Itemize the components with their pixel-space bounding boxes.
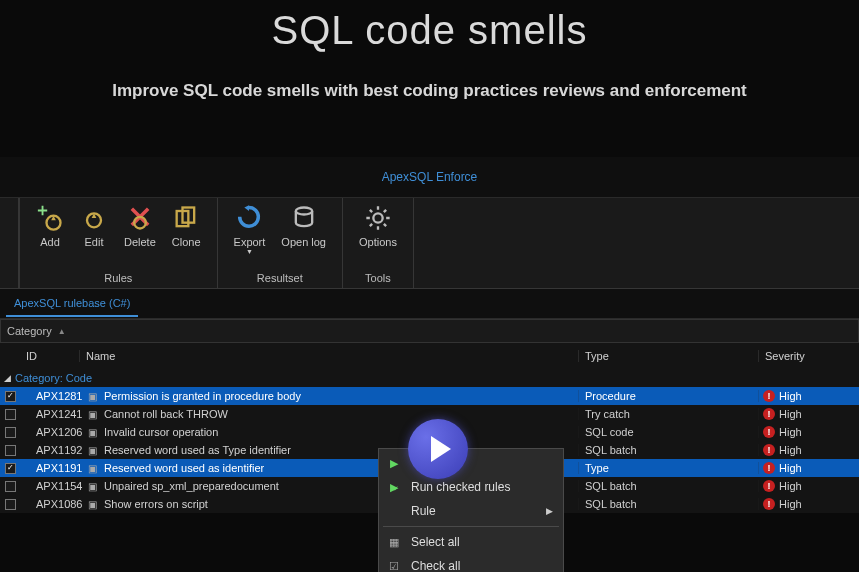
svg-point-6 (373, 213, 382, 222)
row-type: SQL batch (579, 444, 759, 456)
row-severity: High (779, 480, 802, 492)
openlog-label: Open log (281, 236, 326, 248)
rule-icon: ▣ (86, 498, 98, 510)
row-severity: High (779, 390, 802, 402)
row-id: APX1192 (20, 444, 80, 456)
row-id: APX1281 (20, 390, 80, 402)
row-checkbox[interactable] (5, 499, 16, 510)
row-checkbox[interactable] (5, 445, 16, 456)
rule-icon: ▣ (86, 390, 98, 402)
gear-icon (364, 204, 392, 232)
row-id: APX1086 (20, 498, 80, 510)
play-check-icon: ▶✓ (387, 480, 401, 494)
rule-icon: ▣ (86, 444, 98, 456)
category-label: Category: (15, 372, 63, 384)
header-name[interactable]: Name (80, 350, 579, 362)
row-checkbox[interactable] (5, 481, 16, 492)
header-id[interactable]: ID (20, 350, 80, 362)
clone-button[interactable]: Clone (166, 202, 207, 248)
menu-separator (383, 526, 559, 527)
row-checkbox[interactable] (5, 391, 16, 402)
row-name: Cannot roll back THROW (104, 408, 228, 420)
ribbon-group-rules (0, 198, 20, 288)
rule-icon: ▣ (86, 408, 98, 420)
row-id: APX1241 (20, 408, 80, 420)
table-row[interactable]: APX1281▣Permission is granted in procedu… (0, 387, 859, 405)
tab-rulebase[interactable]: ApexSQL rulebase (C#) (6, 291, 138, 317)
severity-icon: ! (763, 390, 775, 402)
tab-bar: ApexSQL rulebase (C#) (0, 289, 859, 319)
ribbon-group-label-tools: Tools (353, 272, 403, 286)
check-all-icon: ☑ (387, 559, 401, 572)
context-menu: ▶ Run checked rules ▶✓ Run checked rules… (378, 448, 564, 572)
row-type: Try catch (579, 408, 759, 420)
delete-button[interactable]: Delete (118, 202, 162, 248)
row-type: Type (579, 462, 759, 474)
row-name: Reserved word used as Type identifier (104, 444, 291, 456)
edit-button[interactable]: Edit (74, 202, 114, 248)
ribbon-group-label-resultset: Resultset (228, 272, 332, 286)
group-by-label: Category (7, 325, 52, 337)
expand-icon[interactable]: ◢ (4, 373, 11, 383)
delete-label: Delete (124, 236, 156, 248)
product-link[interactable]: ApexSQL Enforce (382, 170, 478, 184)
add-label: Add (40, 236, 60, 248)
chevron-down-icon: ▼ (246, 248, 253, 255)
select-all-icon: ▦ (387, 535, 401, 549)
severity-icon: ! (763, 444, 775, 456)
sort-arrow-icon: ▲ (58, 327, 66, 336)
row-severity: High (779, 426, 802, 438)
row-id: APX1206 (20, 426, 80, 438)
svg-point-5 (296, 208, 312, 215)
play-icon: ▶ (387, 456, 401, 470)
ribbon-group-label-rules: Rules (30, 272, 207, 286)
rule-icon: ▣ (86, 480, 98, 492)
menu-check-all[interactable]: ☑ Check all (379, 554, 563, 572)
row-checkbox[interactable] (5, 409, 16, 420)
options-button[interactable]: Options (353, 202, 403, 248)
ribbon-group-tools: Options Tools (343, 198, 414, 288)
group-by-strip[interactable]: Category ▲ (0, 319, 859, 343)
row-checkbox[interactable] (5, 463, 16, 474)
row-name: Invalid cursor operation (104, 426, 218, 438)
log-icon (290, 204, 318, 232)
row-severity: High (779, 462, 802, 474)
menu-rule[interactable]: Rule ▶ (379, 499, 563, 523)
submenu-arrow-icon: ▶ (546, 506, 553, 516)
table-header: ID Name Type Severity (0, 343, 859, 369)
category-group-row[interactable]: ◢ Category: Code (0, 369, 859, 387)
add-button[interactable]: Add (30, 202, 70, 248)
severity-icon: ! (763, 498, 775, 510)
header-type[interactable]: Type (579, 350, 759, 362)
row-name: Reserved word used as identifier (104, 462, 264, 474)
menu-select-all[interactable]: ▦ Select all (379, 530, 563, 554)
export-button[interactable]: Export ▼ (228, 202, 272, 255)
header-severity[interactable]: Severity (759, 350, 859, 362)
menu-run-checked-rules-2[interactable]: ▶✓ Run checked rules (379, 475, 563, 499)
menu-select-all-label: Select all (411, 535, 460, 549)
edit-icon (80, 204, 108, 232)
menu-rule-label: Rule (411, 504, 436, 518)
row-name: Permission is granted in procedure body (104, 390, 301, 402)
row-type: SQL code (579, 426, 759, 438)
clone-icon (172, 204, 200, 232)
ribbon-group-rules: Add Edit Delete Clone Rules (20, 198, 218, 288)
rule-icon: ▣ (86, 426, 98, 438)
row-id: APX1154 (20, 480, 80, 492)
row-severity: High (779, 444, 802, 456)
severity-icon: ! (763, 480, 775, 492)
row-id: APX1191 (20, 462, 80, 474)
openlog-button[interactable]: Open log (275, 202, 332, 248)
row-checkbox[interactable] (5, 427, 16, 438)
menu-run-checked-rules[interactable]: ▶ Run checked rules (379, 451, 563, 475)
add-icon (36, 204, 64, 232)
menu-run-checked-label: Run checked rules (411, 480, 510, 494)
rule-icon: ▣ (86, 462, 98, 474)
play-video-button[interactable] (408, 419, 468, 479)
row-type: Procedure (579, 390, 759, 402)
menu-check-all-label: Check all (411, 559, 460, 572)
severity-icon: ! (763, 462, 775, 474)
row-type: SQL batch (579, 498, 759, 510)
row-severity: High (779, 408, 802, 420)
export-icon (235, 204, 263, 232)
